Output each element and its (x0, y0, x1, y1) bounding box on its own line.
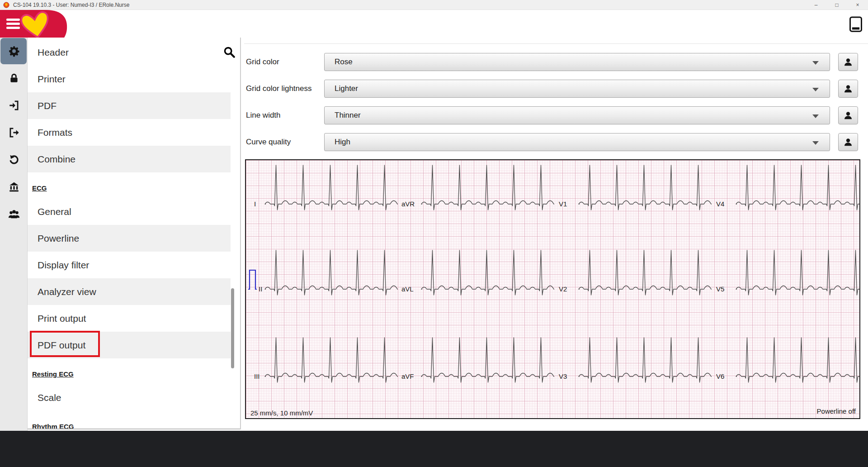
curve-quality-person-button[interactable] (838, 133, 858, 151)
gear-icon (8, 45, 20, 57)
grid-color-dropdown[interactable]: Rose (324, 53, 830, 71)
ecg-grid-preview: IaVRV1V4IIaVLV2V5IIIaVFV3V625 mm/s, 10 m… (245, 159, 860, 419)
selection-highlight-box (30, 331, 100, 357)
bank-icon (8, 181, 20, 193)
svg-text:II: II (259, 285, 262, 293)
menu-scrollbar-thumb[interactable] (231, 288, 234, 368)
form-row-grid-color: Grid color Rose (244, 53, 868, 71)
users-icon (8, 208, 20, 220)
line-width-label: Line width (246, 106, 322, 124)
menu-item-general[interactable]: General (28, 198, 231, 225)
menu-item-print-output[interactable]: Print output (28, 305, 231, 332)
icon-sidebar (0, 38, 28, 431)
dropdown-value: Thinner (335, 107, 361, 124)
search-icon[interactable] (223, 46, 236, 58)
content-top-divider (244, 43, 868, 44)
app-icon (3, 2, 9, 8)
svg-text:25 mm/s, 10 mm/mV: 25 mm/s, 10 mm/mV (250, 409, 313, 417)
app-header-band (0, 10, 868, 38)
form-row-grid-color-lightness: Grid color lightness Lighter (244, 80, 868, 98)
dropdown-value: High (335, 133, 350, 151)
sidebar-item-sign-out[interactable] (0, 119, 28, 146)
sidebar-item-sign-in[interactable] (0, 92, 28, 119)
maximize-button[interactable]: □ (826, 0, 847, 10)
pdf-output-settings-panel: Grid color Rose Grid color lightness Lig… (244, 38, 868, 431)
svg-text:aVL: aVL (401, 285, 414, 293)
menu-item-scale[interactable]: Scale (28, 384, 231, 411)
chevron-down-icon (812, 141, 819, 145)
grid-color-lightness-dropdown[interactable]: Lighter (324, 80, 830, 98)
form-row-line-width: Line width Thinner (244, 106, 868, 124)
hamburger-menu-icon[interactable] (6, 19, 20, 29)
menu-section-ecg: ECG (28, 172, 231, 198)
svg-text:aVR: aVR (401, 200, 415, 208)
settings-menu-list: HeaderPrinterPDFFormatsCombineECGGeneral… (28, 39, 240, 429)
lock-icon (8, 72, 20, 84)
menu-item-printer[interactable]: Printer (28, 66, 231, 92)
menu-item-powerline[interactable]: Powerline (28, 225, 231, 252)
svg-text:V3: V3 (559, 372, 567, 380)
grid-color-lightness-label: Grid color lightness (246, 80, 322, 98)
grid-color-person-button[interactable] (838, 53, 858, 71)
svg-text:I: I (254, 200, 256, 208)
close-button[interactable]: × (847, 0, 868, 10)
svg-text:V6: V6 (716, 372, 724, 380)
menu-item-header[interactable]: Header (28, 39, 231, 66)
curve-quality-dropdown[interactable]: High (324, 133, 830, 151)
minimize-button[interactable]: – (806, 0, 826, 10)
svg-text:V1: V1 (559, 200, 567, 208)
curve-quality-label: Curve quality (246, 133, 322, 151)
menu-section-resting-ecg: Resting ECG (28, 358, 231, 384)
svg-text:V2: V2 (559, 285, 567, 293)
titlebar: CS-104 19.10.3 - User: Numed-I3 / ERole.… (0, 0, 868, 10)
sidebar-item-bank[interactable] (0, 173, 28, 200)
sign-out-icon (8, 127, 20, 138)
grid-color-lightness-person-button[interactable] (838, 80, 858, 98)
svg-text:aVF: aVF (401, 372, 414, 380)
menu-item-formats[interactable]: Formats (28, 119, 231, 146)
menu-section-rhythm-ecg: Rhythm ECG (28, 411, 231, 429)
dropdown-value: Rose (335, 53, 353, 71)
ecg-preview-svg: IaVRV1V4IIaVLV2V5IIIaVFV3V625 mm/s, 10 m… (246, 160, 859, 418)
menu-item-combine[interactable]: Combine (28, 146, 231, 172)
settings-menu-panel: HeaderPrinterPDFFormatsCombineECGGeneral… (28, 38, 240, 429)
svg-text:V5: V5 (716, 285, 724, 293)
menu-item-display-filter[interactable]: Display filter (28, 252, 231, 278)
chevron-down-icon (812, 114, 819, 118)
chevron-down-icon (812, 88, 819, 91)
sidebar-item-lock[interactable] (0, 65, 28, 92)
tablet-device-icon[interactable] (849, 16, 863, 32)
window-title: CS-104 19.10.3 - User: Numed-I3 / ERole.… (13, 2, 129, 8)
sidebar-item-gear[interactable] (0, 38, 28, 65)
svg-text:III: III (254, 372, 260, 380)
footer-bar (0, 431, 868, 467)
sidebar-item-undo[interactable] (0, 146, 28, 173)
sidebar-item-users[interactable] (0, 200, 28, 228)
grid-color-label: Grid color (246, 53, 322, 71)
sign-in-icon (8, 100, 20, 111)
chevron-down-icon (812, 61, 819, 65)
menu-item-analyzer-view[interactable]: Analyzer view (28, 278, 231, 305)
application-window: CS-104 19.10.3 - User: Numed-I3 / ERole.… (0, 0, 868, 467)
menu-item-pdf-output[interactable]: PDF output (28, 332, 231, 358)
form-row-curve-quality: Curve quality High (244, 133, 868, 151)
line-width-person-button[interactable] (838, 106, 858, 124)
svg-text:Powerline off: Powerline off (817, 407, 856, 415)
dropdown-value: Lighter (335, 80, 358, 97)
menu-item-pdf[interactable]: PDF (28, 92, 231, 119)
undo-icon (8, 154, 20, 166)
line-width-dropdown[interactable]: Thinner (324, 106, 830, 124)
svg-text:V4: V4 (716, 200, 724, 208)
panel-divider (240, 38, 241, 429)
